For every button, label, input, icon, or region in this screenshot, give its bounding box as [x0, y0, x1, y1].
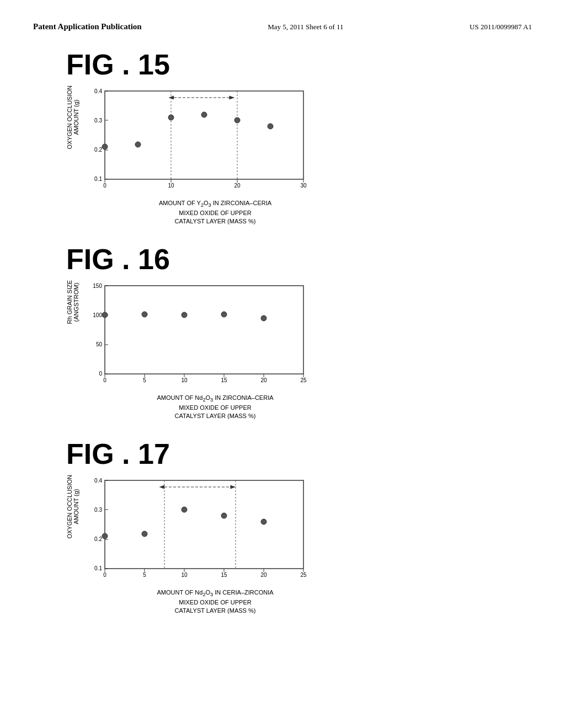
fig16-point-1: [102, 312, 108, 318]
fig17-chart-area: 0.4 0.3 0.2 0.1 0 5: [83, 475, 348, 615]
fig16-point-2: [142, 312, 147, 317]
svg-text:10: 10: [181, 572, 188, 578]
fig17-point-1: [102, 533, 108, 539]
svg-rect-43: [105, 480, 303, 569]
fig16-point-5: [261, 315, 266, 321]
fig15-point-4: [201, 112, 207, 117]
svg-text:10: 10: [168, 183, 174, 189]
fig16-chart-area: 150 100 50 0 0 5: [83, 280, 348, 421]
fig17-y-axis-label: OXYGEN OCCLUSIONAMOUNT (g): [66, 475, 79, 539]
svg-text:0.2: 0.2: [94, 147, 102, 153]
svg-rect-22: [105, 286, 303, 374]
svg-text:0: 0: [99, 371, 102, 377]
svg-text:0.1: 0.1: [94, 565, 102, 571]
fig17-svg: 0.4 0.3 0.2 0.1 0 5: [83, 475, 315, 585]
svg-text:0.4: 0.4: [94, 88, 102, 94]
svg-text:20: 20: [260, 377, 267, 383]
fig17-x-axis-label: AMOUNT OF Nd2O3 IN CERIA–ZIRCONIA MIXED …: [83, 588, 348, 615]
figure-16: FIG . 16 Rh GRAIN SIZE(ANGSTROM) 150 100…: [33, 243, 532, 421]
svg-text:30: 30: [300, 183, 307, 189]
fig15-x-axis-label: AMOUNT OF Y2O3 IN ZIRCONIA–CERIA MIXED O…: [83, 199, 348, 226]
svg-text:25: 25: [300, 572, 307, 578]
svg-text:15: 15: [221, 377, 227, 383]
fig17-point-4: [221, 513, 227, 518]
patent-number: US 2011/0099987 A1: [470, 23, 532, 31]
svg-text:0.4: 0.4: [94, 478, 102, 484]
svg-text:25: 25: [300, 377, 307, 383]
svg-text:150: 150: [93, 283, 102, 289]
svg-text:0.3: 0.3: [94, 507, 102, 513]
fig16-svg: 150 100 50 0 0 5: [83, 280, 315, 390]
svg-text:0: 0: [103, 183, 106, 189]
svg-text:100: 100: [93, 312, 102, 318]
svg-text:5: 5: [143, 377, 146, 383]
svg-text:0.2: 0.2: [94, 536, 102, 542]
fig17-point-3: [182, 507, 187, 512]
svg-text:10: 10: [181, 377, 188, 383]
svg-text:0.1: 0.1: [94, 176, 102, 182]
fig15-chart-container: OXYGEN OCCLUSIONAMOUNT (g) 0.4 0.3 0.2: [66, 85, 532, 226]
fig16-chart-container: Rh GRAIN SIZE(ANGSTROM) 150 100 50: [66, 280, 532, 421]
svg-text:15: 15: [221, 572, 227, 578]
svg-text:20: 20: [260, 572, 267, 578]
svg-text:50: 50: [96, 341, 103, 347]
svg-rect-0: [105, 91, 303, 179]
fig15-svg: 0.4 0.3 0.2 0.1 0: [83, 85, 315, 196]
fig17-point-2: [142, 531, 147, 537]
fig15-title: FIG . 15: [66, 48, 532, 81]
fig15-point-6: [268, 124, 273, 129]
page-header: Patent Application Publication May 5, 20…: [33, 22, 532, 31]
svg-text:5: 5: [143, 572, 146, 578]
fig17-chart-container: OXYGEN OCCLUSIONAMOUNT (g) 0.4 0.3 0.2: [66, 475, 532, 615]
fig15-chart-area: 0.4 0.3 0.2 0.1 0: [83, 85, 348, 226]
figure-15: FIG . 15 OXYGEN OCCLUSIONAMOUNT (g) 0.4 …: [33, 48, 532, 226]
fig15-y-axis-label: OXYGEN OCCLUSIONAMOUNT (g): [66, 85, 79, 149]
figure-17: FIG . 17 OXYGEN OCCLUSIONAMOUNT (g) 0.4 …: [33, 437, 532, 615]
fig16-x-axis-label: AMOUNT OF Nd2O3 IN ZIRCONIA–CERIA MIXED …: [83, 394, 348, 421]
fig15-point-1: [102, 144, 108, 149]
svg-text:0: 0: [103, 572, 106, 578]
publication-title: Patent Application Publication: [33, 22, 142, 31]
date-sheet: May 5, 2011 Sheet 6 of 11: [268, 23, 343, 31]
fig16-point-3: [182, 312, 187, 318]
svg-text:0: 0: [103, 377, 106, 383]
svg-text:20: 20: [234, 183, 241, 189]
fig16-title: FIG . 16: [66, 243, 532, 276]
fig16-point-4: [221, 312, 227, 317]
fig17-title: FIG . 17: [66, 437, 532, 470]
fig17-point-5: [261, 519, 266, 524]
page: Patent Application Publication May 5, 20…: [0, 0, 565, 728]
svg-text:0.3: 0.3: [94, 117, 102, 124]
fig15-point-2: [135, 142, 141, 147]
fig16-y-axis-label: Rh GRAIN SIZE(ANGSTROM): [66, 280, 79, 324]
